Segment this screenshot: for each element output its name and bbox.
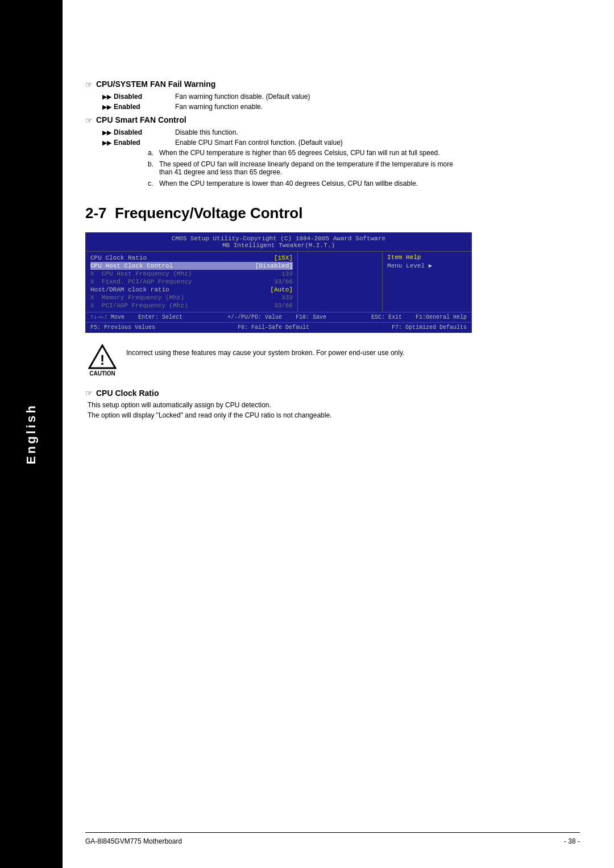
bios-row-mem-freq: X Memory Frequency (Mhz) 333 bbox=[90, 294, 293, 302]
smart-fan-enabled-label: Enabled bbox=[114, 139, 171, 147]
bios-row-cpu-host-freq: X CPU Host Frequency (Mhz) 133 bbox=[90, 270, 293, 278]
bios-footer: ↑↓→←: Move Enter: Select +/-/PU/PD: Valu… bbox=[86, 312, 471, 322]
smart-fan-disabled-label: Disabled bbox=[114, 128, 171, 136]
bios-value-pci-agp-freq: 33/66 bbox=[274, 302, 293, 309]
bios-label-host-dram: Host/DRAM clock ratio bbox=[90, 286, 169, 293]
smart-fan-enabled-desc: Enable CPU Smart Fan control function. (… bbox=[175, 139, 343, 147]
section-icon-cpu-clock: ☞ bbox=[85, 389, 93, 398]
bios-label-pci-agp-freq: X PCI/AGP Frequency (Mhz) bbox=[90, 302, 188, 309]
fan-disabled-arrow: ▶▶ bbox=[102, 93, 111, 101]
fan-disabled-label: Disabled bbox=[114, 93, 171, 101]
bios-footer-move: ↑↓→←: Move Enter: Select bbox=[90, 314, 182, 320]
bios-label-fixed-pci: X Fixed. PCI/AGP Frequency bbox=[90, 278, 192, 285]
caution-icon-wrapper: ! CAUTION bbox=[85, 344, 119, 377]
bios-label-cpu-clock-ratio: CPU Clock Ratio bbox=[90, 254, 147, 261]
bios-row-cpu-host-clock[interactable]: CPU Host Clock Control [Disabled] bbox=[90, 262, 293, 270]
cpu-clock-ratio-header: ☞ CPU Clock Ratio bbox=[85, 388, 580, 398]
smart-fan-enabled-row: ▶▶ Enabled Enable CPU Smart Fan control … bbox=[102, 139, 580, 147]
fan-warning-title: CPU/SYSTEM FAN Fail Warning bbox=[96, 80, 215, 89]
cpu-clock-ratio-desc1: This setup option will automatically ass… bbox=[88, 401, 580, 409]
cpu-clock-ratio-desc2: The option will display "Locked" and rea… bbox=[88, 411, 580, 419]
svg-text:!: ! bbox=[100, 352, 105, 368]
bios-value-cpu-host-clock: [Disabled] bbox=[255, 262, 293, 269]
fan-disabled-row: ▶▶ Disabled Fan warning function disable… bbox=[102, 93, 580, 101]
smart-fan-title: CPU Smart FAN Control bbox=[96, 115, 186, 124]
fan-warning-section: ☞ CPU/SYSTEM FAN Fail Warning bbox=[85, 80, 580, 89]
bios-label-cpu-host-clock: CPU Host Clock Control bbox=[90, 262, 173, 269]
section-number: 2-7 bbox=[85, 205, 107, 222]
bios-right-col bbox=[298, 252, 383, 312]
fan-disabled-desc: Fan warning function disable. (Default v… bbox=[175, 93, 310, 101]
bios-help-title: Item Help bbox=[387, 254, 467, 261]
caution-box: ! CAUTION Incorrect using these features… bbox=[85, 344, 580, 377]
smart-fan-disabled-arrow: ▶▶ bbox=[102, 129, 111, 136]
bios-value-host-dram: [Auto] bbox=[270, 286, 293, 293]
bios-footer-prev: F5: Previous Values bbox=[90, 324, 155, 331]
bios-label-cpu-host-freq: X CPU Host Frequency (Mhz) bbox=[90, 270, 192, 277]
page-footer: GA-8I845GVM775 Motherboard - 38 - bbox=[85, 832, 580, 845]
sidebar: English bbox=[0, 0, 63, 868]
fan-enabled-row: ▶▶ Enabled Fan warning function enable. bbox=[102, 103, 580, 111]
sub-item-text-a: When the CPU temperature is higher than … bbox=[159, 149, 440, 157]
footer-model: GA-8I845GVM775 Motherboard bbox=[85, 837, 182, 845]
fan-enabled-arrow: ▶▶ bbox=[102, 103, 111, 111]
caution-label: CAUTION bbox=[89, 370, 115, 377]
bios-table: CMOS Setup Utility-Copyright (C) 1984-20… bbox=[85, 232, 472, 333]
section-icon-fan: ☞ bbox=[85, 80, 93, 89]
bios-body: CPU Clock Ratio [15X] CPU Host Clock Con… bbox=[86, 252, 471, 312]
bios-footer-optimized: F7: Optimized Defaults bbox=[392, 324, 467, 331]
bios-label-mem-freq: X Memory Frequency (Mhz) bbox=[90, 294, 184, 301]
sub-item-text-b: The speed of CPU fan will increase linea… bbox=[159, 160, 455, 176]
bios-row-host-dram[interactable]: Host/DRAM clock ratio [Auto] bbox=[90, 286, 293, 294]
caution-text: Incorrect using these features may cause… bbox=[126, 344, 404, 357]
smart-fan-disabled-desc: Disable this function. bbox=[175, 128, 238, 136]
bios-value-fixed-pci: 33/66 bbox=[274, 278, 293, 285]
bios-footer-fail-safe: F6: Fail-Safe Default bbox=[238, 324, 309, 331]
smart-fan-sub-items: a. When the CPU temperature is higher th… bbox=[148, 149, 580, 187]
main-content: ☞ CPU/SYSTEM FAN Fail Warning ▶▶ Disable… bbox=[85, 34, 580, 419]
bios-help-col: Item Help Menu Level ▶ bbox=[383, 252, 471, 312]
smart-fan-disabled-row: ▶▶ Disabled Disable this function. bbox=[102, 128, 580, 136]
fan-enabled-desc: Fan warning function enable. bbox=[175, 103, 263, 111]
bios-header-line1: CMOS Setup Utility-Copyright (C) 1984-20… bbox=[87, 235, 470, 242]
caution-triangle-icon: ! bbox=[88, 344, 117, 369]
cpu-clock-ratio-section: ☞ CPU Clock Ratio This setup option will… bbox=[85, 388, 580, 419]
footer-page: - 38 - bbox=[564, 837, 580, 845]
bios-row-cpu-clock-ratio[interactable]: CPU Clock Ratio [15X] bbox=[90, 254, 293, 262]
page-container: English ☞ CPU/SYSTEM FAN Fail Warning ▶▶… bbox=[0, 0, 614, 868]
sidebar-label: English bbox=[24, 403, 39, 464]
bios-left-col: CPU Clock Ratio [15X] CPU Host Clock Con… bbox=[86, 252, 298, 312]
smart-fan-sub-c: c. When the CPU temperature is lower tha… bbox=[148, 180, 580, 187]
section-2-7-title: Frequency/Voltage Control bbox=[115, 205, 302, 222]
bios-header: CMOS Setup Utility-Copyright (C) 1984-20… bbox=[86, 233, 471, 252]
bios-value-cpu-clock-ratio: [15X] bbox=[274, 254, 293, 261]
bios-value-mem-freq: 333 bbox=[281, 294, 293, 301]
sub-item-letter-a: a. bbox=[148, 149, 159, 157]
smart-fan-enabled-arrow: ▶▶ bbox=[102, 139, 111, 147]
smart-fan-sub-a: a. When the CPU temperature is higher th… bbox=[148, 149, 580, 157]
bios-header-line2: MB Intelligent Tweaker(M.I.T.) bbox=[87, 242, 470, 249]
sub-item-letter-c: c. bbox=[148, 180, 159, 187]
bios-value-cpu-host-freq: 133 bbox=[281, 270, 293, 277]
fan-enabled-label: Enabled bbox=[114, 103, 171, 111]
smart-fan-sub-b: b. The speed of CPU fan will increase li… bbox=[148, 160, 580, 176]
bios-row-fixed-pci: X Fixed. PCI/AGP Frequency 33/66 bbox=[90, 278, 293, 286]
bios-help-text: Menu Level ▶ bbox=[387, 262, 467, 269]
bios-footer-value: +/-/PU/PD: Value F10: Save bbox=[227, 314, 326, 320]
bios-row-pci-agp-freq: X PCI/AGP Frequency (Mhz) 33/66 bbox=[90, 302, 293, 310]
smart-fan-section: ☞ CPU Smart FAN Control bbox=[85, 115, 580, 125]
cpu-clock-ratio-title: CPU Clock Ratio bbox=[96, 389, 159, 398]
section-2-7-heading: 2-7 Frequency/Voltage Control bbox=[85, 205, 580, 222]
bios-footer-esc: ESC: Exit F1:General Help bbox=[371, 314, 467, 320]
sub-item-text-c: When the CPU temperature is lower than 4… bbox=[159, 180, 418, 187]
sub-item-letter-b: b. bbox=[148, 160, 159, 176]
bios-footer-2: F5: Previous Values F6: Fail-Safe Defaul… bbox=[86, 322, 471, 332]
section-icon-smart-fan: ☞ bbox=[85, 116, 93, 125]
